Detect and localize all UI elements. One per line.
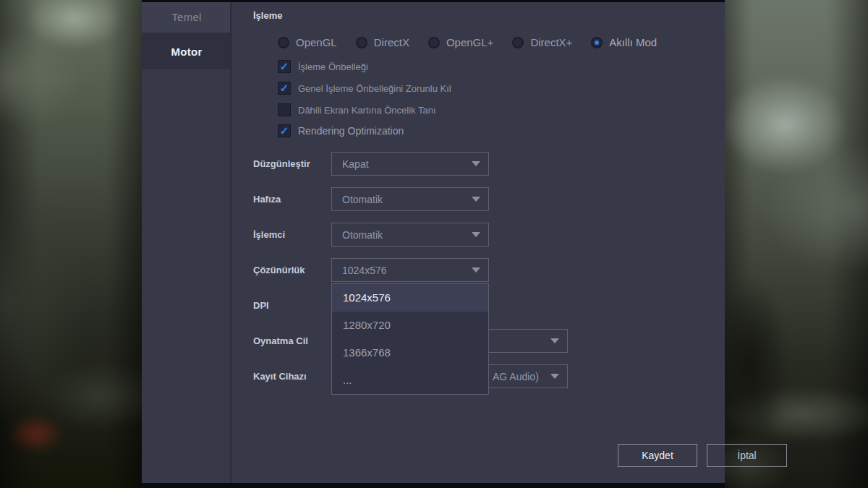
checkbox-dahili-ekran-kartina-oncelik-tani[interactable]: ✓ Dâhili Ekran Kartına Öncelik Tanı (278, 103, 436, 116)
resolution-option-1024x576[interactable]: 1024x576 (332, 284, 488, 312)
checkbox-box: ✓ (278, 103, 291, 116)
label-smoothing: Düzgünleştir (253, 152, 340, 176)
radio-directx[interactable]: DirectX (356, 36, 409, 48)
checkbox-box: ✓ (278, 82, 291, 95)
resolution-option-1280x720[interactable]: 1280x720 (332, 312, 488, 339)
memory-dropdown[interactable]: Otomatik (331, 187, 489, 211)
label-memory: Hafıza (253, 187, 340, 211)
chevron-down-icon (550, 374, 559, 379)
dialog-bottom-edge (142, 483, 725, 488)
background-photo-right (725, 0, 868, 488)
cpu-dropdown[interactable]: Otomatik (331, 223, 489, 247)
settings-sidebar: Temel Motor (142, 2, 231, 483)
cancel-button[interactable]: İptal (707, 444, 787, 467)
save-button[interactable]: Kaydet (618, 444, 697, 467)
settings-dialog: Temel Motor İşleme OpenGL DirectX OpenGL… (142, 0, 725, 488)
radio-icon (512, 37, 524, 48)
radio-akilli-mod[interactable]: Akıllı Mod (591, 36, 657, 48)
sidebar-item-temel[interactable]: Temel (142, 2, 231, 32)
render-mode-radio-group: OpenGL DirectX OpenGL+ DirectX+ Akıllı M… (278, 36, 676, 48)
label-cpu: İşlemci (253, 223, 340, 247)
section-title-rendering: İşleme (253, 10, 282, 21)
chevron-down-icon (472, 161, 480, 166)
label-resolution: Çözünürlük (253, 258, 340, 282)
chevron-down-icon (472, 197, 480, 202)
resolution-dropdown[interactable]: 1024x576 (331, 258, 489, 282)
radio-opengl-plus[interactable]: OpenGL+ (428, 36, 493, 48)
radio-opengl[interactable]: OpenGL (278, 36, 337, 48)
background-photo-left (0, 0, 143, 488)
check-icon: ✓ (280, 82, 289, 93)
label-dpi: DPI (253, 294, 340, 317)
checkbox-box: ✓ (278, 124, 291, 137)
checkbox-isleme-onbellegi[interactable]: ✓ İşleme Önbelleği (278, 60, 368, 73)
smoothing-dropdown[interactable]: Kapat (331, 152, 489, 176)
checkbox-genel-isleme-onbellegini-zorunlu-kil[interactable]: ✓ Genel İşleme Önbelleğini Zorunlu Kıl (278, 82, 451, 95)
resolution-option-list: 1024x576 1280x720 1366x768 ... (331, 283, 489, 395)
check-icon: ✓ (280, 61, 289, 72)
radio-selected-icon (591, 37, 603, 48)
resolution-option-1366x768[interactable]: 1366x768 (332, 339, 488, 367)
radio-icon (356, 37, 367, 48)
sidebar-item-motor[interactable]: Motor (142, 33, 231, 69)
sidebar-item-label: Temel (171, 11, 202, 23)
sidebar-item-label: Motor (171, 46, 202, 58)
chevron-down-icon (550, 338, 559, 343)
checkbox-rendering-optimization[interactable]: ✓ Rendering Optimization (278, 124, 404, 137)
radio-directx-plus[interactable]: DirectX+ (512, 36, 572, 48)
radio-icon (278, 37, 289, 48)
resolution-option-more[interactable]: ... (332, 367, 488, 394)
sidebar-divider (230, 2, 231, 483)
chevron-down-icon (472, 267, 480, 273)
label-playback-device: Oynatma Cil (253, 329, 340, 353)
label-recording-device: Kayıt Cihazı (253, 364, 340, 388)
chevron-down-icon (472, 232, 480, 237)
radio-icon (428, 37, 440, 48)
checkbox-box: ✓ (278, 60, 291, 73)
settings-main-panel: İşleme OpenGL DirectX OpenGL+ DirectX+ A… (233, 0, 725, 488)
check-icon: ✓ (280, 125, 289, 136)
